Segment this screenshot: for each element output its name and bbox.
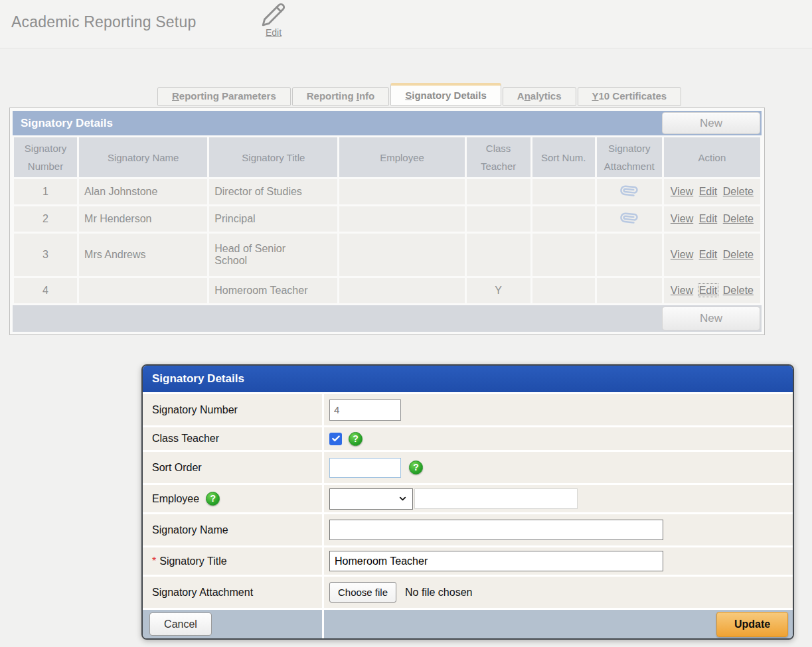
tab-bar: Reporting Parameters Reporting Info Sign… <box>157 83 812 106</box>
delete-link[interactable]: Delete <box>723 213 754 224</box>
cell-employee <box>339 234 464 276</box>
update-button[interactable]: Update <box>716 612 788 637</box>
form-row-employee: Employee ? <box>143 485 793 512</box>
employee-select[interactable] <box>329 488 413 510</box>
page-title: Academic Reporting Setup <box>11 13 196 31</box>
file-status-text: No file chosen <box>405 587 472 599</box>
cell-title: Director of Studies <box>209 179 337 204</box>
tab-analytics[interactable]: Analytics <box>503 87 576 106</box>
employee-readonly-field <box>414 488 578 509</box>
class-teacher-checkbox[interactable] <box>329 433 342 445</box>
question-mark-icon[interactable]: ? <box>349 432 363 446</box>
cell-class-teacher <box>467 206 530 232</box>
signatory-form-panel: Signatory Details Signatory Number Class… <box>141 364 794 640</box>
cell-number: 2 <box>14 206 77 232</box>
table-row: 2 Mr Henderson Principal View Edit Delet… <box>14 206 760 232</box>
employee-label: Employee ? <box>143 485 322 512</box>
new-signatory-button-bottom[interactable]: New <box>662 307 760 330</box>
pencil-icon <box>255 2 292 27</box>
signatory-title-label: * Signatory Title <box>143 547 322 575</box>
cell-title: Homeroom Teacher <box>209 278 337 303</box>
signatory-name-input[interactable] <box>329 520 663 540</box>
table-header-row: Signatory Number Signatory Name Signator… <box>14 137 760 177</box>
cell-actions: View Edit Delete <box>664 234 760 276</box>
cell-employee <box>339 278 464 303</box>
signatory-title-input[interactable] <box>329 551 663 571</box>
cell-class-teacher <box>467 234 530 276</box>
paperclip-icon[interactable] <box>621 210 637 229</box>
signatory-attachment-label: Signatory Attachment <box>143 577 322 608</box>
col-action: Action <box>664 137 760 177</box>
cell-sort-num <box>532 234 595 276</box>
sort-order-input[interactable] <box>329 458 401 478</box>
table-footer-bar: New <box>13 305 762 332</box>
signatory-number-input[interactable] <box>329 399 401 421</box>
edit-link[interactable]: Edit <box>699 249 718 260</box>
view-link[interactable]: View <box>671 213 693 224</box>
delete-link[interactable]: Delete <box>723 186 754 197</box>
col-sort-num: Sort Num. <box>532 137 595 177</box>
chevron-down-icon <box>398 494 408 504</box>
form-row-sort-order: Sort Order ? <box>143 452 793 483</box>
signatory-table: Signatory Number Signatory Name Signator… <box>12 135 762 305</box>
cell-actions: View Edit Delete <box>664 206 760 232</box>
edit-link[interactable]: Edit <box>699 285 718 296</box>
cell-sort-num <box>532 278 595 303</box>
col-signatory-number: Signatory Number <box>14 137 77 177</box>
cell-number: 3 <box>14 234 77 276</box>
col-employee: Employee <box>339 137 464 177</box>
cell-number: 1 <box>14 179 77 204</box>
cell-actions: View Edit Delete <box>664 278 760 303</box>
tab-y10-certificates[interactable]: Y10 Certificates <box>578 87 682 106</box>
sort-order-label: Sort Order <box>143 452 322 483</box>
form-row-signatory-name: Signatory Name <box>143 514 793 545</box>
edit-link[interactable]: Edit <box>699 186 718 197</box>
cell-name <box>79 278 207 303</box>
tab-signatory-details[interactable]: Signatory Details <box>390 83 501 106</box>
table-title-bar: Signatory Details New <box>13 111 762 135</box>
form-row-signatory-attachment: Signatory Attachment Choose file No file… <box>143 577 793 608</box>
table-row: 4 Homeroom Teacher Y View Edit Delete <box>14 278 760 303</box>
tab-reporting-parameters[interactable]: Reporting Parameters <box>157 87 291 106</box>
cell-class-teacher <box>467 179 530 204</box>
cell-actions: View Edit Delete <box>664 179 760 204</box>
table-row: 1 Alan Johnstone Director of Studies Vie… <box>14 179 760 204</box>
form-row-class-teacher: Class Teacher ? <box>143 427 793 450</box>
cancel-button[interactable]: Cancel <box>149 612 212 636</box>
view-link[interactable]: View <box>671 249 693 260</box>
signatory-number-label: Signatory Number <box>143 394 322 425</box>
form-title: Signatory Details <box>143 366 793 392</box>
class-teacher-label: Class Teacher <box>143 427 322 450</box>
col-signatory-title: Signatory Title <box>209 137 337 177</box>
paperclip-icon[interactable] <box>621 182 637 202</box>
cell-class-teacher: Y <box>467 278 530 303</box>
view-link[interactable]: View <box>671 285 693 296</box>
delete-link[interactable]: Delete <box>723 249 754 260</box>
cell-name: Mrs Andrews <box>79 234 207 276</box>
page-edit-label: Edit <box>255 27 292 38</box>
top-bar: Academic Reporting Setup Edit <box>0 0 812 48</box>
page-edit-button[interactable]: Edit <box>255 2 292 38</box>
cell-title: Head of Senior School <box>209 234 337 276</box>
col-signatory-attachment: Signatory Attachment <box>597 137 662 177</box>
question-mark-icon[interactable]: ? <box>206 492 220 506</box>
tab-reporting-info[interactable]: Reporting Info <box>292 87 390 106</box>
cell-sort-num <box>532 179 595 204</box>
table-title: Signatory Details <box>21 117 113 130</box>
view-link[interactable]: View <box>671 186 693 197</box>
edit-link[interactable]: Edit <box>699 213 718 224</box>
delete-link[interactable]: Delete <box>723 285 754 296</box>
new-signatory-button-top[interactable]: New <box>662 112 760 134</box>
cell-name: Mr Henderson <box>79 206 207 232</box>
cell-name: Alan Johnstone <box>79 179 207 204</box>
cell-employee <box>339 206 464 232</box>
cell-title: Principal <box>209 206 337 232</box>
cell-number: 4 <box>14 278 77 303</box>
required-marker: * <box>152 555 156 567</box>
cell-attachment <box>597 206 662 232</box>
choose-file-button[interactable]: Choose file <box>329 582 396 603</box>
col-class-teacher: Class Teacher <box>467 137 530 177</box>
checkmark-icon <box>331 434 341 443</box>
question-mark-icon[interactable]: ? <box>409 461 423 474</box>
form-footer-bar: Cancel Update <box>143 610 793 638</box>
